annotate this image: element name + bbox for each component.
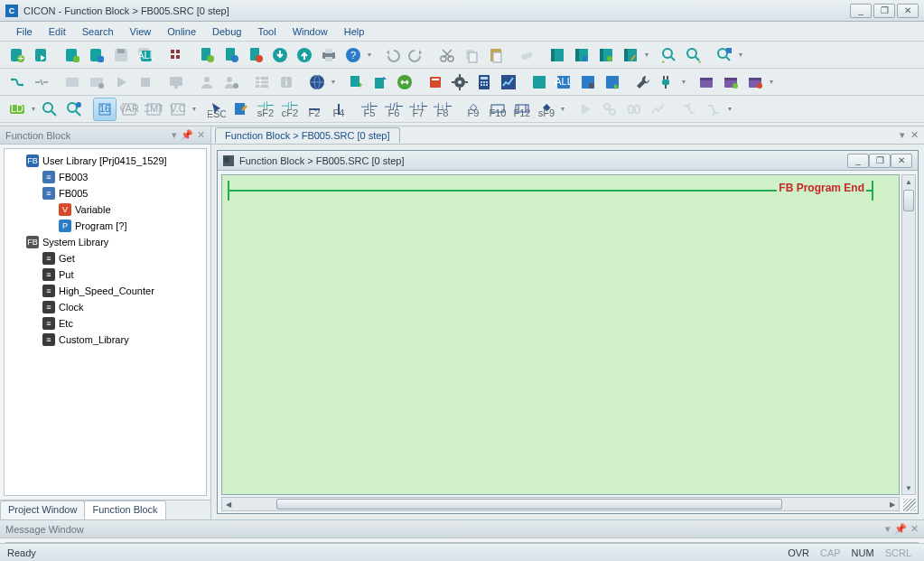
book-all-icon[interactable]: ALL: [552, 70, 575, 94]
minimize-button[interactable]: _: [850, 4, 872, 18]
stop-icon[interactable]: [134, 70, 157, 94]
trend-icon[interactable]: [497, 70, 520, 94]
vc-icon[interactable]: V.C: [166, 98, 190, 121]
book2-icon[interactable]: [570, 43, 593, 67]
f4-icon[interactable]: F4: [327, 98, 350, 121]
f7-icon[interactable]: ⊣↑⊢F7: [406, 98, 430, 121]
save-icon[interactable]: [109, 43, 133, 67]
menu-help[interactable]: Help: [337, 23, 372, 40]
search-fwd-icon[interactable]: [682, 43, 705, 67]
download-icon[interactable]: [268, 43, 292, 67]
doc-view-icon[interactable]: [219, 43, 243, 67]
vscroll-thumb[interactable]: [903, 190, 914, 211]
f8-icon[interactable]: ⊣↓⊢F8: [431, 98, 454, 121]
step-dim1-icon[interactable]: [677, 98, 701, 121]
close-button[interactable]: ✕: [897, 4, 919, 18]
inner-minimize-button[interactable]: _: [847, 154, 869, 168]
tree-fb005[interactable]: ≡FB005: [6, 185, 204, 201]
sidebar-close-icon[interactable]: ✕: [197, 129, 205, 141]
open-file-icon[interactable]: [85, 43, 108, 67]
doc-trash-icon[interactable]: [244, 43, 267, 67]
toolbar3-overflow-1[interactable]: ▾: [191, 98, 198, 121]
toolbar3-overflow-2[interactable]: ▾: [559, 98, 566, 121]
tab-project-window[interactable]: Project Window: [0, 500, 85, 519]
erase-icon[interactable]: [515, 43, 538, 67]
plug-icon[interactable]: [656, 70, 679, 94]
global-icon[interactable]: [305, 70, 329, 94]
tree-fb003[interactable]: ≡FB003: [6, 169, 204, 185]
wrench-icon[interactable]: [631, 70, 655, 94]
doc-tab-close-icon[interactable]: ✕: [910, 129, 919, 141]
grid-icon[interactable]: [164, 43, 188, 67]
paste-icon[interactable]: [484, 43, 508, 67]
info-icon[interactable]: i: [275, 70, 298, 94]
menu-file[interactable]: File: [9, 23, 40, 40]
book-gear-icon[interactable]: [576, 70, 600, 94]
gear-icon[interactable]: [448, 70, 471, 94]
inner-restore-button[interactable]: ❐: [869, 154, 891, 168]
horizontal-scrollbar[interactable]: ◀ ▶: [221, 497, 900, 511]
ld-drop[interactable]: ▾: [30, 98, 37, 121]
edit-icon[interactable]: [229, 98, 253, 121]
document-tab[interactable]: Function Block > FB005.SRC [0 step]: [215, 127, 400, 143]
sf9-icon[interactable]: ◆sF9: [535, 98, 558, 121]
save-all-icon[interactable]: ALL: [134, 43, 157, 67]
scroll-up-icon[interactable]: ▲: [902, 175, 915, 188]
help-icon[interactable]: ?: [341, 43, 365, 67]
inner-close-button[interactable]: ✕: [891, 154, 912, 168]
tree-put[interactable]: ≡Put: [6, 266, 204, 283]
archive3-icon[interactable]: [743, 70, 767, 94]
new-file-icon[interactable]: [61, 43, 84, 67]
link-dim-icon[interactable]: [598, 98, 621, 121]
menu-window[interactable]: Window: [285, 23, 335, 40]
search-back-icon[interactable]: [658, 43, 681, 67]
upload-icon[interactable]: [293, 43, 316, 67]
open-project-icon[interactable]: [30, 43, 53, 67]
new-project-icon[interactable]: +: [5, 43, 29, 67]
cmt-icon[interactable]: CMT: [142, 98, 165, 121]
toolbar2-overflow-1[interactable]: ▾: [330, 70, 337, 94]
msgwin-pin-icon[interactable]: 📌: [894, 523, 907, 535]
sidebar-pin-icon[interactable]: 📌: [181, 129, 193, 141]
hscroll-thumb[interactable]: [276, 499, 782, 510]
sync-down-icon[interactable]: [344, 70, 368, 94]
tree-program[interactable]: PProgram [?]: [6, 218, 204, 234]
f2-icon[interactable]: F2: [303, 98, 326, 121]
sf2-icon[interactable]: ⊣⊢sF2: [254, 98, 277, 121]
resize-grip[interactable]: [903, 499, 916, 511]
var-icon[interactable]: VAR: [117, 98, 141, 121]
menu-tool[interactable]: Tool: [250, 23, 283, 40]
chain-dim-icon[interactable]: [622, 98, 646, 121]
trace-dim-icon[interactable]: [647, 98, 670, 121]
redo-icon[interactable]: [405, 43, 428, 67]
user-icon[interactable]: [195, 70, 219, 94]
doc-tab-dropdown-icon[interactable]: ▾: [900, 129, 905, 141]
monitor-icon[interactable]: [164, 70, 188, 94]
scroll-down-icon[interactable]: ▼: [902, 482, 915, 494]
module-config-icon[interactable]: [85, 70, 108, 94]
ladder-canvas[interactable]: FB Program End: [221, 174, 900, 495]
user-settings-icon[interactable]: [219, 70, 243, 94]
menu-debug[interactable]: Debug: [205, 23, 248, 40]
tree-etc[interactable]: ≡Etc: [6, 315, 204, 332]
menu-online[interactable]: Online: [160, 23, 203, 40]
tree-get[interactable]: ≡Get: [6, 250, 204, 266]
vertical-scrollbar[interactable]: ▲ ▼: [901, 174, 916, 495]
module-icon[interactable]: [61, 70, 84, 94]
toolbar2-overflow-2[interactable]: ▾: [680, 70, 687, 94]
module-red-icon[interactable]: [424, 70, 447, 94]
menu-view[interactable]: View: [123, 23, 159, 40]
cf2-icon[interactable]: ⊣⊢cF2: [278, 98, 302, 121]
disconnect-icon[interactable]: [30, 70, 53, 94]
connect-icon[interactable]: [5, 70, 29, 94]
undo-icon[interactable]: [380, 43, 404, 67]
sync-up-icon[interactable]: [369, 70, 392, 94]
tree-user-library[interactable]: FBUser Library [Prj0415_1529]: [6, 153, 204, 169]
book-s-icon[interactable]: [527, 70, 551, 94]
tree-clock[interactable]: ≡Clock: [6, 299, 204, 315]
restore-button[interactable]: ❐: [873, 4, 895, 18]
zoom2-icon[interactable]: [62, 98, 86, 121]
scroll-left-icon[interactable]: ◀: [222, 498, 235, 510]
tab-function-block[interactable]: Function Block: [84, 500, 165, 519]
hex1-icon[interactable]: 16: [93, 98, 117, 121]
